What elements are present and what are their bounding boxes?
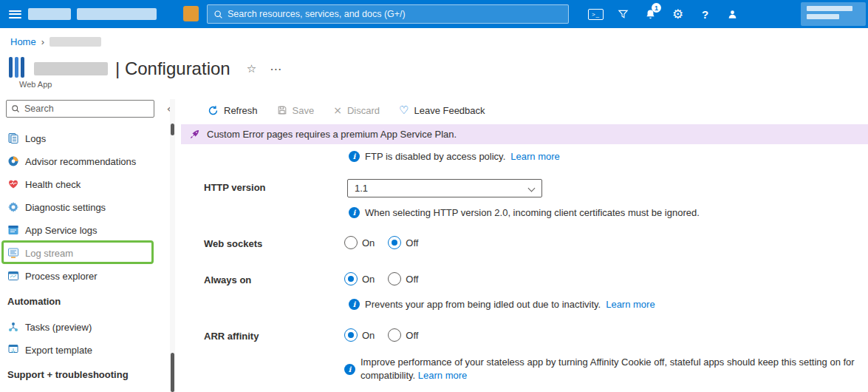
always-on-radio-group: On Off bbox=[344, 272, 418, 285]
ftp-learn-more-link[interactable]: Learn more bbox=[510, 151, 559, 162]
http-version-info-row: i When selecting HTTP version 2.0, incom… bbox=[349, 207, 700, 218]
radio-label: Off bbox=[406, 274, 418, 285]
sidebar-item-label: Tasks (preview) bbox=[25, 322, 92, 333]
always-on-on-option[interactable]: On bbox=[344, 272, 375, 285]
web-sockets-off-option[interactable]: Off bbox=[388, 236, 418, 249]
logs-icon bbox=[7, 132, 19, 144]
help-button[interactable]: ? bbox=[691, 0, 719, 28]
arr-affinity-on-option[interactable]: On bbox=[344, 328, 375, 342]
breadcrumb-home-link[interactable]: Home bbox=[10, 36, 36, 47]
save-button[interactable]: Save bbox=[277, 105, 315, 116]
redacted-breadcrumb-item bbox=[49, 37, 101, 47]
always-on-info-text: Prevents your app from being idled out d… bbox=[365, 299, 601, 310]
hamburger-icon bbox=[9, 10, 21, 18]
http-version-label: HTTP version bbox=[204, 182, 266, 193]
arr-affinity-learn-more-link[interactable]: Learn more bbox=[418, 370, 467, 381]
sidebar-search-input[interactable] bbox=[24, 104, 149, 114]
chevron-down-icon bbox=[528, 185, 536, 192]
radio-label: On bbox=[362, 330, 375, 341]
favorite-star-icon[interactable]: ☆ bbox=[247, 62, 256, 75]
always-on-info-row: i Prevents your app from being idled out… bbox=[349, 299, 655, 310]
sidebar-item-log-stream[interactable]: Log stream bbox=[0, 242, 161, 264]
always-on-label: Always on bbox=[204, 274, 251, 285]
arr-affinity-info-row: i Improve performance of your stateless … bbox=[344, 356, 866, 382]
arr-affinity-info-text: Improve performance of your stateless ap… bbox=[360, 356, 863, 382]
leave-feedback-button[interactable]: ♡ Leave Feedback bbox=[399, 105, 485, 116]
arr-affinity-off-option[interactable]: Off bbox=[388, 328, 418, 342]
discard-label: Discard bbox=[347, 105, 380, 116]
cloud-shell-button[interactable]: >_ bbox=[582, 0, 609, 28]
scrollbar-track[interactable] bbox=[170, 99, 175, 392]
rocket-icon bbox=[189, 129, 200, 140]
sidebar-search-box[interactable] bbox=[6, 100, 154, 118]
sidebar-item-export-template[interactable]: Export template bbox=[0, 339, 161, 361]
radio-icon bbox=[388, 272, 401, 285]
redacted-account-directory bbox=[807, 14, 839, 19]
redacted-resource-name bbox=[34, 62, 108, 75]
sidebar-item-tasks-preview[interactable]: Tasks (preview) bbox=[0, 316, 161, 338]
page-title: | Configuration bbox=[115, 58, 230, 79]
azure-top-bar: >_ 1 ⚙ ? bbox=[0, 0, 868, 28]
radio-label: On bbox=[362, 237, 375, 249]
global-search-box[interactable] bbox=[207, 4, 569, 24]
process-explorer-icon bbox=[7, 270, 19, 282]
sidebar-item-label: Log stream bbox=[25, 248, 73, 259]
sidebar-item-label: Diagnostic settings bbox=[25, 202, 106, 213]
sidebar-item-app-service-logs[interactable]: App Service logs bbox=[0, 219, 161, 241]
radio-icon bbox=[344, 236, 358, 249]
app-service-logs-icon bbox=[7, 224, 19, 236]
http-version-value: 1.1 bbox=[355, 183, 368, 194]
sidebar-item-logs[interactable]: Logs bbox=[0, 127, 161, 149]
hamburger-menu-button[interactable] bbox=[0, 0, 30, 28]
feedback-button[interactable] bbox=[719, 0, 746, 28]
web-sockets-on-option[interactable]: On bbox=[344, 236, 375, 249]
premium-plan-banner: Custom Error pages requires a premium Ap… bbox=[181, 124, 868, 144]
save-icon bbox=[277, 105, 287, 115]
radio-label: Off bbox=[406, 330, 418, 341]
http-version-dropdown[interactable]: 1.1 bbox=[347, 179, 542, 197]
scrollbar-thumb-top[interactable] bbox=[171, 124, 174, 135]
search-icon bbox=[213, 10, 223, 19]
refresh-label: Refresh bbox=[224, 105, 258, 116]
sidebar-item-diagnostic-settings[interactable]: Diagnostic settings bbox=[0, 196, 161, 218]
radio-label: On bbox=[362, 274, 375, 285]
global-search-input[interactable] bbox=[228, 9, 562, 19]
sidebar-section-automation: Automation bbox=[7, 296, 155, 307]
gear-icon: ⚙ bbox=[672, 7, 683, 21]
health-check-icon bbox=[7, 178, 19, 190]
arr-affinity-label: ARR affinity bbox=[204, 331, 259, 342]
filter-icon bbox=[618, 9, 629, 20]
redacted-brand-text bbox=[28, 8, 71, 20]
person-icon bbox=[727, 9, 738, 20]
refresh-button[interactable]: Refresh bbox=[208, 105, 258, 116]
always-on-off-option[interactable]: Off bbox=[388, 272, 418, 285]
radio-label: Off bbox=[406, 237, 418, 249]
refresh-icon bbox=[208, 105, 219, 116]
info-icon: i bbox=[349, 151, 360, 162]
discard-button[interactable]: × Discard bbox=[333, 105, 380, 116]
settings-button[interactable]: ⚙ bbox=[664, 0, 691, 28]
notifications-button[interactable]: 1 bbox=[637, 0, 664, 28]
sidebar-item-process-explorer[interactable]: Process explorer bbox=[0, 265, 161, 287]
scrollbar-thumb-bottom[interactable] bbox=[171, 353, 174, 392]
web-sockets-label: Web sockets bbox=[204, 238, 262, 249]
sidebar-item-label: Logs bbox=[25, 133, 46, 144]
ftp-info-text: FTP is disabled by access policy. bbox=[365, 151, 505, 162]
redacted-orange-icon bbox=[183, 6, 199, 21]
http-version-info-text: When selecting HTTP version 2.0, incomin… bbox=[365, 207, 700, 218]
sidebar-item-label: Health check bbox=[25, 179, 81, 190]
radio-icon bbox=[388, 328, 401, 342]
resource-type-label: Web App bbox=[19, 80, 52, 89]
sidebar-item-label: Export template bbox=[25, 345, 92, 356]
account-menu[interactable] bbox=[801, 2, 866, 26]
sidebar-item-health-check[interactable]: Health check bbox=[0, 173, 161, 195]
redacted-account-name bbox=[807, 6, 852, 11]
web-app-resource-icon bbox=[9, 56, 24, 78]
directories-filter-button[interactable] bbox=[609, 0, 637, 28]
radio-icon bbox=[344, 272, 358, 285]
always-on-learn-more-link[interactable]: Learn more bbox=[606, 299, 655, 310]
export-template-icon bbox=[7, 344, 19, 356]
sidebar-item-advisor-recommendations[interactable]: Advisor recommendations bbox=[0, 150, 161, 172]
more-options-icon[interactable]: ⋯ bbox=[270, 62, 281, 76]
arr-affinity-radio-group: On Off bbox=[344, 328, 418, 342]
